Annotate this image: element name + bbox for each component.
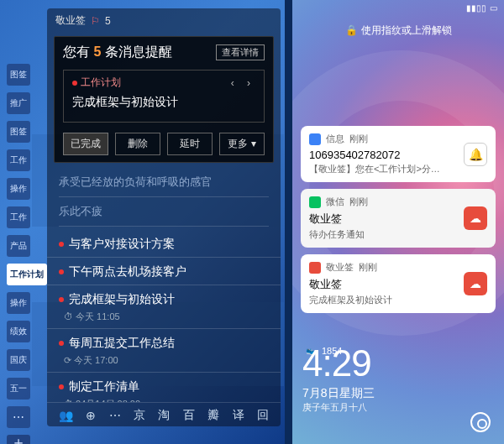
clock-time: 4:29 xyxy=(302,342,375,384)
toolbar-back-icon[interactable]: 回 xyxy=(257,408,269,423)
bottom-toolbar: 👥 ⊕ ⋯ 京 淘 百 瓣 译 回 xyxy=(47,402,281,426)
plan-highlight-box: 工作计划 ‹ › 完成框架与初始设计 xyxy=(63,70,265,123)
faded-line: 承受已经放的负荷和呼吸的感官 xyxy=(59,168,269,197)
clock-lunar: 庚子年五月十八 xyxy=(302,401,375,414)
plan-text: 完成框架与初始设计 xyxy=(72,95,255,110)
side-tag[interactable]: 操作 xyxy=(7,178,30,200)
notif-title: 敬业签 xyxy=(309,277,487,292)
side-tag[interactable]: 绩效 xyxy=(7,321,30,342)
view-details-button[interactable]: 查看详情 xyxy=(216,44,265,60)
flag-count: 5 xyxy=(105,15,111,27)
reminder-panel: 您有 5 条消息提醒 查看详情 工作计划 ‹ › 完成框架与初始设计 已完成 删… xyxy=(54,36,274,163)
flag-icon: ⚐ xyxy=(91,15,100,27)
notif-app-name: 微信 xyxy=(326,196,344,208)
toolbar-more-icon[interactable]: ⋯ xyxy=(109,409,121,422)
notif-app-name: 敬业签 xyxy=(326,261,354,274)
toolbar-taobao-icon[interactable]: 淘 xyxy=(158,408,170,423)
notification-card[interactable]: 敬业签 刚刚 敬业签 完成框架及初始设计 ☁ xyxy=(301,254,496,313)
signal-icon: ▮▮▯▯ xyxy=(466,3,486,13)
done-button[interactable]: 已完成 xyxy=(63,133,108,155)
status-dot-icon xyxy=(59,341,64,346)
delete-button[interactable]: 删除 xyxy=(115,133,160,155)
side-tag[interactable]: 操作 xyxy=(7,292,30,314)
sms-app-icon xyxy=(309,133,321,145)
toolbar-baidu-icon[interactable]: 百 xyxy=(183,408,195,423)
notif-app-name: 信息 xyxy=(326,133,344,145)
notif-body: 【敬业签】您在<工作计划>分… xyxy=(309,163,487,175)
side-tag-active[interactable]: 工作计划 xyxy=(7,264,47,285)
toolbar-jd-icon[interactable]: 京 xyxy=(134,408,145,423)
side-tag[interactable]: 产品 xyxy=(7,235,30,257)
notif-body: 完成框架及初始设计 xyxy=(309,294,487,306)
lock-icon: 🔒 xyxy=(345,24,358,36)
status-dot-icon xyxy=(59,297,64,302)
side-tag[interactable]: 工作 xyxy=(7,206,30,228)
side-tag[interactable]: 国庆 xyxy=(7,349,30,371)
battery-icon: ▭ xyxy=(490,3,497,13)
jyq-app-window: 敬业签 ⚐ 5 您有 5 条消息提醒 查看详情 工作计划 ‹ › 完成框架与初始… xyxy=(47,8,281,426)
notif-title: 敬业签 xyxy=(309,212,487,227)
toolbar-contacts-icon[interactable]: 👥 xyxy=(59,409,73,422)
jyq-app-icon xyxy=(309,262,321,274)
bell-icon[interactable]: 🔔 xyxy=(464,143,487,166)
notif-time: 刚刚 xyxy=(349,133,368,145)
side-tag[interactable]: 五一 xyxy=(7,378,30,400)
side-tag[interactable]: 图签 xyxy=(7,121,30,143)
unlock-hint: 🔒使用指纹或上滑解锁 xyxy=(292,24,504,38)
list-item[interactable]: 制定工作清单 ⏱ 04月14日 08:00 ⊞ xyxy=(47,373,281,402)
status-dot-icon xyxy=(59,242,64,247)
toolbar-add-icon[interactable]: ⊕ xyxy=(86,409,96,422)
app-titlebar: 敬业签 ⚐ 5 xyxy=(47,8,281,33)
faded-line: 乐此不疲 xyxy=(59,197,269,227)
delay-button[interactable]: 延时 xyxy=(167,133,213,155)
cloud-badge-icon[interactable]: ☁ xyxy=(464,272,487,295)
more-button[interactable]: 更多 ▾ xyxy=(219,133,265,155)
reminder-summary: 您有 5 条消息提醒 xyxy=(63,44,172,61)
cloud-badge-icon[interactable]: ☁ xyxy=(464,206,487,230)
app-title: 敬业签 xyxy=(55,13,86,28)
list-item[interactable]: 下午两点去机场接客户 xyxy=(47,258,281,285)
side-tag[interactable]: 工作 xyxy=(7,149,30,171)
notif-body: 待办任务通知 xyxy=(309,228,487,241)
notification-stack: 信息 刚刚 10693540278​2072 【敬业签】您在<工作计划>分… 🔔… xyxy=(301,126,496,313)
side-tag[interactable]: 图签 xyxy=(7,64,30,86)
notification-card[interactable]: 信息 刚刚 10693540278​2072 【敬业签】您在<工作计划>分… 🔔 xyxy=(301,126,496,182)
phone-lockscreen: ▮▮▯▯ ▭ 🔒使用指纹或上滑解锁 信息 刚刚 10693540278​2072… xyxy=(292,0,504,444)
list-item[interactable]: 完成框架与初始设计 ⏱ 今天 11:05 xyxy=(47,285,281,329)
side-tag-column: 图签 推广 图签 工作 操作 工作 产品 工作计划 操作 绩效 国庆 五一 ⋯ … xyxy=(7,64,47,444)
clock-date: 7月8日星期三 xyxy=(302,386,375,401)
side-tag[interactable]: 推广 xyxy=(7,92,30,114)
side-tag-more[interactable]: ⋯ xyxy=(7,406,30,428)
side-tag-add[interactable]: ＋ xyxy=(7,435,30,444)
todo-list: 与客户对接设计方案 下午两点去机场接客户 完成框架与初始设计 ⏱ 今天 11:0… xyxy=(47,230,281,402)
notif-time: 刚刚 xyxy=(349,196,368,208)
notification-card[interactable]: 微信 刚刚 敬业签 待办任务通知 ☁ xyxy=(301,189,496,248)
toolbar-translate-icon[interactable]: 译 xyxy=(233,408,244,423)
list-item[interactable]: 每周五提交工作总结 ⟳ 今天 17:00 xyxy=(47,329,281,373)
phone-status-bar: ▮▮▯▯ ▭ xyxy=(466,3,497,13)
notif-time: 刚刚 xyxy=(359,261,377,274)
camera-icon[interactable] xyxy=(470,412,491,432)
desktop-screenshot: 图签 推广 图签 工作 操作 工作 产品 工作计划 操作 绩效 国庆 五一 ⋯ … xyxy=(0,0,285,444)
wechat-app-icon xyxy=(309,196,321,208)
reminder-actions: 已完成 删除 延时 更多 ▾ xyxy=(63,133,265,155)
plan-tag: 工作计划 xyxy=(72,76,121,90)
faded-text-block: 承受已经放的负荷和呼吸的感官 乐此不疲 xyxy=(47,168,281,230)
list-item[interactable]: 与客户对接设计方案 xyxy=(47,230,281,258)
plan-nav-arrows[interactable]: ‹ › xyxy=(231,77,255,89)
toolbar-douban-icon[interactable]: 瓣 xyxy=(207,408,219,423)
lockscreen-clock: 4:29 7月8日星期三 庚子年五月十八 xyxy=(302,342,375,414)
status-dot-icon xyxy=(59,269,64,274)
notif-title: 10693540278​2072 xyxy=(309,149,487,161)
status-dot-icon xyxy=(59,384,64,389)
